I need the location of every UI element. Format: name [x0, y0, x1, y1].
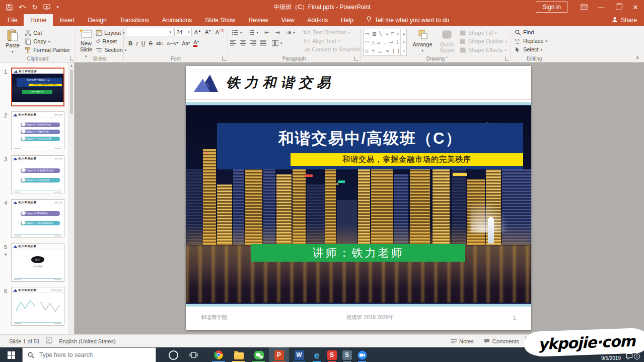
shapes-scrollbar[interactable]: ▲▼≡ — [400, 29, 406, 55]
thumbnail-slide-4[interactable]: 4 铁力和谐交易课程大纲 Chapter 6—RSI的用法 Chapter 7—… — [0, 199, 74, 238]
tab-transitions[interactable]: Transitions — [113, 14, 156, 26]
file-explorer-taskbar-button[interactable] — [229, 347, 249, 362]
minimize-button[interactable]: — — [593, 0, 610, 14]
font-size-combo[interactable]: 24▾ — [174, 28, 192, 36]
tab-help[interactable]: Help — [334, 14, 360, 26]
grow-font-button[interactable]: A▲ — [193, 29, 202, 36]
underline-button[interactable]: U — [140, 40, 147, 47]
thumbnail-slide-2[interactable]: 2 铁力和谐交易课程大纲 Chapter 1—谐波理论浅谈 Chapter 2—… — [0, 111, 74, 150]
zoom-taskbar-button[interactable] — [354, 347, 370, 362]
undo-icon[interactable]: ↶▾ — [19, 4, 26, 11]
numbering-button[interactable]: 123▾ — [247, 28, 260, 37]
align-left-button[interactable] — [230, 39, 237, 47]
action-center-button[interactable]: 1 — [626, 353, 640, 362]
tab-insert[interactable]: Insert — [53, 14, 81, 26]
columns-button[interactable]: ▾ — [270, 39, 284, 47]
section-button[interactable]: Section▾ — [94, 46, 128, 54]
language-status[interactable]: English (United States) — [59, 338, 116, 344]
slide-subtitle[interactable]: 和谐交易，掌握金融市场的完美秩序 — [291, 153, 523, 166]
share-button[interactable]: Share — [612, 14, 644, 26]
shape-outline-button[interactable]: Shape Outline▾ — [458, 37, 509, 46]
tab-addins[interactable]: Add-ins — [301, 14, 335, 26]
slide-indicator[interactable]: Slide 1 of 51 — [9, 338, 40, 344]
search-input[interactable] — [38, 351, 141, 359]
text-direction-button[interactable]: ⇅AText Direction▾ — [302, 28, 366, 37]
shrink-font-button[interactable]: A▼ — [203, 29, 213, 35]
font-dialog-launcher[interactable] — [222, 56, 226, 61]
taskbar-search[interactable] — [22, 347, 156, 362]
thumbnail-slide-3[interactable]: 3 铁力和谐交易课程大纲 Chapter 4—复杂调整浪分析 Chapter 5… — [0, 155, 74, 194]
edge-taskbar-button[interactable]: e — [309, 347, 324, 362]
clear-formatting-button[interactable]: A⌫ — [214, 29, 226, 36]
change-case-button[interactable]: Aa▾ — [181, 40, 192, 47]
strikethrough-button[interactable]: S — [148, 40, 154, 47]
shape-fill-button[interactable]: Shape Fill▾ — [458, 29, 509, 37]
thumbnail-slide-1[interactable]: 1 铁力和谐交易 和谐交易中/高级班（C） 和谐交易，掌握金融市场的完美秩序 讲… — [0, 68, 74, 106]
character-spacing-button[interactable]: A⇿V▾ — [165, 40, 180, 46]
drawing-dialog-launcher[interactable] — [505, 56, 509, 61]
font-name-combo[interactable]: ▾ — [126, 28, 173, 36]
find-button[interactable]: Find — [513, 28, 555, 37]
thumbnail-slide-5[interactable]: 5★ 铁力和谐交易 复习 谐波归纳 — [0, 243, 74, 282]
line-spacing-button[interactable]: ↕≡▾ — [284, 28, 296, 37]
sign-in-button[interactable]: Sign in — [536, 2, 567, 13]
convert-smartart-button[interactable]: ⤷▦Convert to SmartArt▾ — [302, 45, 366, 54]
thumbnail-slide-6[interactable]: 6 铁力和谐交易谐波形态对比 — [0, 287, 74, 326]
italic-button[interactable]: I — [134, 40, 139, 47]
bold-button[interactable]: B — [127, 40, 134, 47]
customize-qat-icon[interactable]: ▾ — [56, 4, 59, 11]
format-painter-button[interactable]: Format Painter — [23, 46, 71, 54]
justify-button[interactable] — [260, 39, 267, 47]
align-text-button[interactable]: ⇕≡Align Text▾ — [302, 37, 366, 45]
shape-effects-button[interactable]: Shape Effects▾ — [458, 46, 509, 54]
app-s-slate-taskbar-button[interactable]: S — [339, 347, 354, 362]
slide-editor[interactable]: 铁力和谐交易 — [186, 66, 531, 330]
restore-button[interactable] — [610, 0, 627, 14]
save-icon[interactable] — [6, 4, 13, 11]
font-color-button[interactable]: A▾ — [192, 39, 200, 47]
tab-home[interactable]: Home — [24, 14, 53, 26]
tab-animations[interactable]: Animations — [156, 14, 198, 26]
word-taskbar-button[interactable]: W — [289, 347, 309, 362]
shapes-gallery[interactable]: ▭▥╲↘□○ ◠△▱→⇨⇩ ◇ϟ◡∿{} ▲▼≡ — [364, 29, 407, 56]
close-button[interactable]: ✕ — [627, 0, 644, 14]
reset-button[interactable]: ↺ Reset — [94, 37, 128, 46]
ribbon-display-options-icon[interactable] — [576, 0, 593, 14]
thumbnail-scrollbar[interactable]: ▲ — [68, 63, 74, 334]
paste-button[interactable]: Paste ▾ — [2, 28, 23, 56]
tab-file[interactable]: File — [1, 14, 24, 26]
cortana-button[interactable] — [163, 347, 183, 362]
decrease-indent-button[interactable]: ⇤ — [263, 28, 270, 37]
replace-button[interactable]: ab Replace▾ — [513, 37, 555, 45]
paragraph-dialog-launcher[interactable] — [354, 56, 359, 61]
redo-icon[interactable]: ↻ — [32, 4, 37, 11]
bullets-button[interactable]: ▾ — [230, 28, 244, 37]
taskbar-date[interactable]: 9/5/2019 — [601, 355, 621, 362]
wechat-taskbar-button[interactable] — [249, 347, 269, 362]
comments-button[interactable]: Comments — [480, 337, 523, 346]
tell-me-box[interactable]: Tell me what you want to do — [360, 14, 455, 26]
tab-view[interactable]: View — [275, 14, 301, 26]
app-s-red-taskbar-button[interactable]: S — [324, 347, 339, 362]
start-from-beginning-icon[interactable] — [43, 4, 50, 10]
lecturer-banner[interactable]: 讲师：铁力老师 — [251, 244, 465, 262]
title-box[interactable]: 和谐交易中/高级班（C） 和谐交易，掌握金融市场的完美秩序 — [217, 123, 523, 169]
start-button[interactable] — [0, 347, 22, 362]
collapse-ribbon-icon[interactable]: ∧ — [635, 55, 639, 60]
align-right-button[interactable] — [250, 39, 257, 47]
layout-button[interactable]: Layout▾ — [94, 29, 128, 37]
cut-button[interactable]: Cut — [23, 29, 71, 37]
scroll-up-icon[interactable]: ▲ — [69, 63, 74, 67]
powerpoint-taskbar-button[interactable]: P — [269, 347, 289, 362]
tab-design[interactable]: Design — [81, 14, 113, 26]
tab-slideshow[interactable]: Slide Show — [198, 14, 242, 26]
increase-indent-button[interactable]: ⇥ — [273, 28, 281, 37]
notes-button[interactable]: Notes — [447, 337, 478, 346]
spellcheck-icon[interactable] — [46, 337, 53, 345]
clipboard-dialog-launcher[interactable] — [70, 56, 74, 61]
select-button[interactable]: Select▾ — [513, 45, 555, 54]
tab-review[interactable]: Review — [242, 14, 274, 26]
chrome-taskbar-button[interactable] — [208, 347, 229, 362]
task-view-button[interactable] — [183, 347, 203, 362]
text-shadow-button[interactable]: abc — [155, 40, 165, 46]
